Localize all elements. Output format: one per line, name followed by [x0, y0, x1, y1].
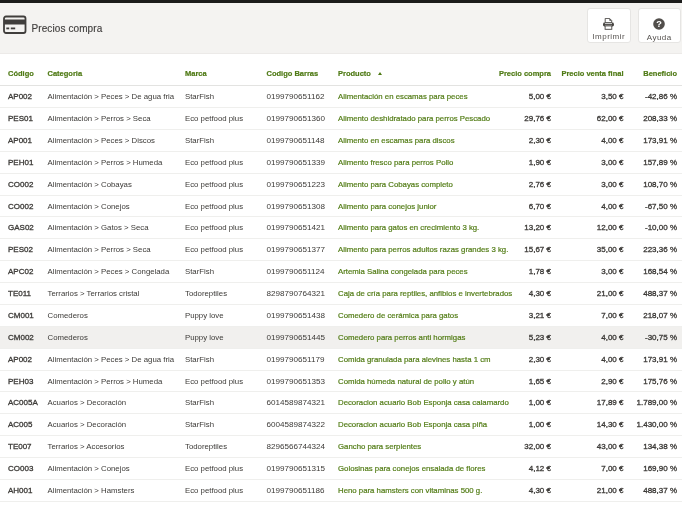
- svg-text:?: ?: [656, 19, 662, 29]
